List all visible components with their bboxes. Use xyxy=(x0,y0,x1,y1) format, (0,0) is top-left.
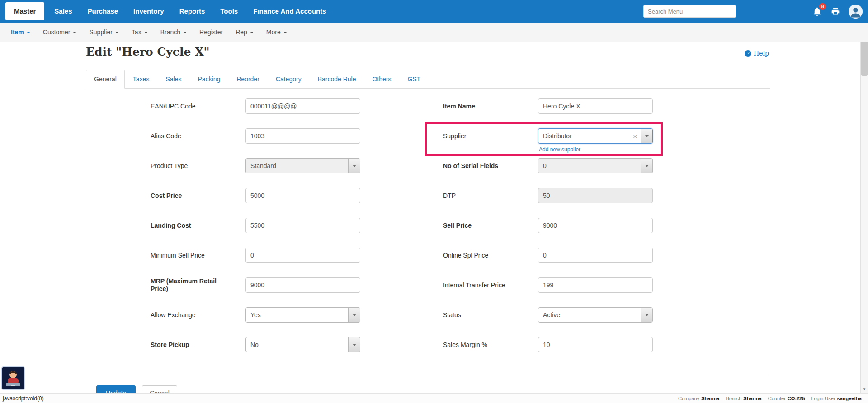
store-pickup-select[interactable]: No xyxy=(245,337,360,352)
sell-price-input[interactable] xyxy=(538,218,653,233)
subnav-item-tax[interactable]: Tax xyxy=(125,23,154,42)
subnav-item-supplier[interactable]: Supplier xyxy=(83,23,125,42)
field-label-item-name: Item Name xyxy=(443,103,515,110)
status-item-value: sangeetha xyxy=(837,396,862,401)
subnav-item-item[interactable]: Item xyxy=(5,23,37,42)
chevron-down-icon xyxy=(250,32,254,33)
tab-others[interactable]: Others xyxy=(364,70,399,89)
topnav-item-tools[interactable]: Tools xyxy=(212,0,245,23)
chevron-down-icon xyxy=(353,314,356,316)
tab-reorder[interactable]: Reorder xyxy=(228,70,268,89)
dropdown-toggle-button[interactable] xyxy=(348,308,360,322)
topnav-right-tools: 8 xyxy=(643,0,863,23)
field-label-dtp: DTP xyxy=(443,192,515,200)
subnav-item-rep[interactable]: Rep xyxy=(229,23,260,42)
dropdown-toggle-button[interactable] xyxy=(348,337,360,352)
scroll-down-arrow-icon[interactable] xyxy=(861,385,868,393)
subnav-item-label: Register xyxy=(199,23,223,42)
selected-value: Yes xyxy=(246,311,348,319)
landing-cost-input[interactable] xyxy=(245,218,360,233)
no-of-serial-fields-select[interactable]: 0 xyxy=(538,158,653,173)
item-name-input[interactable] xyxy=(538,98,653,114)
selected-value: 0 xyxy=(538,162,641,169)
help-icon xyxy=(745,50,751,57)
print-button[interactable] xyxy=(831,7,840,16)
form-row-item-name: Item Name xyxy=(443,98,653,114)
mrp-maximum-retail-price-input[interactable] xyxy=(245,277,360,293)
field-label-mrp-maximum-retail-price: MRP (Maximum Retail Price) xyxy=(151,277,223,293)
tab-taxes[interactable]: Taxes xyxy=(125,70,158,89)
support-agent-illustration xyxy=(2,367,24,389)
internal-transfer-price-input[interactable] xyxy=(538,277,653,293)
topnav-item-master[interactable]: Master xyxy=(5,2,44,20)
search-input[interactable] xyxy=(643,5,736,18)
dropdown-toggle-button[interactable] xyxy=(641,129,652,143)
field-label-ean-upc-code: EAN/UPC Code xyxy=(151,103,223,110)
dtp-input[interactable] xyxy=(538,188,653,203)
form-column-left: EAN/UPC CodeAlias CodeProduct TypeStanda… xyxy=(151,98,360,367)
topnav-item-reports[interactable]: Reports xyxy=(172,0,213,23)
top-navigation-bar: MasterSalesPurchaseInventoryReportsTools… xyxy=(0,0,868,23)
clear-icon[interactable] xyxy=(629,132,641,140)
dropdown-toggle-button[interactable] xyxy=(348,159,360,173)
ean-upc-code-input[interactable] xyxy=(245,98,360,114)
tab-category[interactable]: Category xyxy=(268,70,310,89)
field-label-sell-price: Sell Price xyxy=(443,222,515,230)
form-row-internal-transfer-price: Internal Transfer Price xyxy=(443,277,653,293)
form-row-product-type: Product TypeStandard xyxy=(151,158,360,173)
subnav-item-branch[interactable]: Branch xyxy=(154,23,193,42)
online-spl-price-input[interactable] xyxy=(538,248,653,263)
alias-code-input[interactable] xyxy=(245,128,360,144)
subnav-item-label: Tax xyxy=(132,23,142,42)
selected-value: Standard xyxy=(246,162,348,169)
status-bar: javascript:void(0) CompanySharmaBranchSh… xyxy=(0,393,868,403)
help-link[interactable]: Help xyxy=(745,50,769,57)
topnav-item-finance-and-accounts[interactable]: Finance And Accounts xyxy=(245,0,334,23)
printer-icon xyxy=(831,7,840,16)
module-sub-navigation: ItemCustomerSupplierTaxBranchRegisterRep… xyxy=(0,23,868,42)
tab-packing[interactable]: Packing xyxy=(189,70,228,89)
subnav-item-customer[interactable]: Customer xyxy=(37,23,83,42)
topnav-item-inventory[interactable]: Inventory xyxy=(126,0,172,23)
status-item-label: Counter xyxy=(768,396,786,401)
selected-value: Active xyxy=(538,311,641,319)
tab-general[interactable]: General xyxy=(86,70,125,89)
notifications-button[interactable]: 8 xyxy=(812,6,822,17)
chevron-down-icon xyxy=(353,344,356,346)
allow-exchange-select[interactable]: Yes xyxy=(245,307,360,323)
form-row-sales-margin: Sales Margin % xyxy=(443,337,653,352)
topnav-item-purchase[interactable]: Purchase xyxy=(80,0,126,23)
status-select[interactable]: Active xyxy=(538,307,653,323)
field-label-minimum-sell-price: Minimum Sell Price xyxy=(151,252,223,259)
person-icon xyxy=(849,5,863,19)
chevron-down-icon xyxy=(353,165,356,167)
status-company: CompanySharma xyxy=(678,396,719,401)
support-chat-widget[interactable] xyxy=(1,366,25,390)
chevron-down-icon xyxy=(115,32,119,33)
add-new-supplier-link[interactable]: Add new supplier xyxy=(539,146,580,153)
dropdown-toggle-button[interactable] xyxy=(641,159,652,173)
subnav-item-more[interactable]: More xyxy=(260,23,293,42)
tab-sales[interactable]: Sales xyxy=(157,70,189,89)
user-avatar[interactable] xyxy=(849,5,863,19)
vertical-scrollbar[interactable] xyxy=(860,23,868,393)
subnav-item-label: Item xyxy=(11,23,24,42)
field-label-landing-cost: Landing Cost xyxy=(151,222,223,230)
dropdown-toggle-button[interactable] xyxy=(641,308,652,322)
field-label-internal-transfer-price: Internal Transfer Price xyxy=(443,281,515,289)
sales-margin-input[interactable] xyxy=(538,337,653,352)
topnav-item-sales[interactable]: Sales xyxy=(47,0,80,23)
form-row-dtp: DTP xyxy=(443,188,653,203)
product-type-select[interactable]: Standard xyxy=(245,158,360,173)
tab-barcode-rule[interactable]: Barcode Rule xyxy=(310,70,364,89)
notification-badge: 8 xyxy=(819,3,826,10)
form-row-alias-code: Alias Code xyxy=(151,128,360,144)
minimum-sell-price-input[interactable] xyxy=(245,248,360,263)
tab-gst[interactable]: GST xyxy=(399,70,429,89)
subnav-item-register[interactable]: Register xyxy=(193,23,229,42)
chevron-down-icon xyxy=(645,165,649,167)
subnav-item-label: Branch xyxy=(160,23,180,42)
cost-price-input[interactable] xyxy=(245,188,360,203)
supplier-combobox[interactable]: Distributor xyxy=(538,128,653,144)
status-branch: BranchSharma xyxy=(726,396,761,401)
